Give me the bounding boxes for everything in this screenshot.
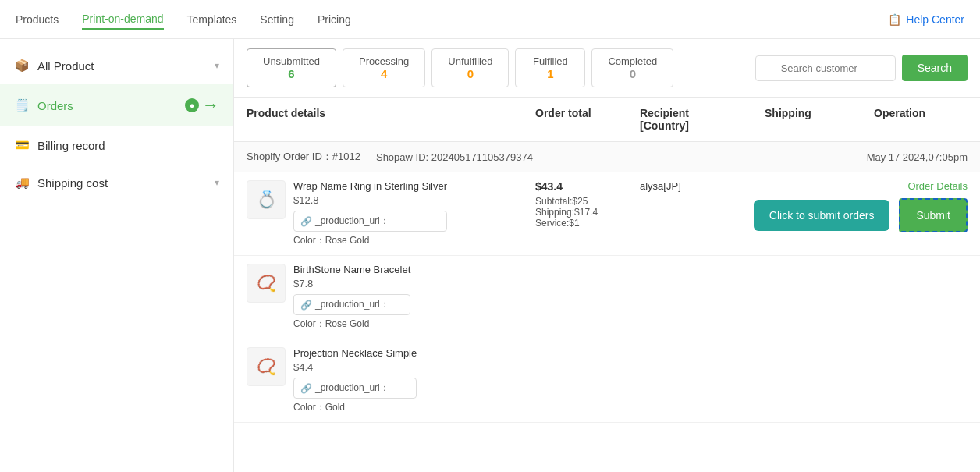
tab-unsubmitted[interactable]: Unsubmitted 6 bbox=[247, 48, 336, 87]
service-fee: Service:$1 bbox=[535, 218, 640, 229]
product-details-bracelet: BirthStone Name Bracelet $7.8 🔗 _product… bbox=[293, 264, 410, 331]
shopify-order-id: Shopify Order ID：#1012 bbox=[247, 150, 360, 164]
url-box-bracelet[interactable]: 🔗 _production_url： bbox=[293, 294, 410, 315]
tabs-row: Unsubmitted 6 Processing 4 Unfulfilled 0… bbox=[234, 39, 980, 98]
th-operation: Operation bbox=[874, 107, 968, 132]
search-input[interactable] bbox=[755, 55, 896, 81]
tab-completed-count: 0 bbox=[608, 67, 657, 80]
tab-completed-label: Completed bbox=[608, 55, 657, 67]
product-image-necklace: 📿 bbox=[247, 347, 286, 386]
product-price-ring: $12.8 bbox=[293, 194, 447, 206]
order-details-link[interactable]: Order Details bbox=[907, 180, 968, 192]
product-price-bracelet: $7.8 bbox=[293, 278, 410, 289]
sidebar-item-billing[interactable]: 💳 Billing record bbox=[0, 126, 233, 164]
product-image-bracelet: 📿 bbox=[247, 264, 286, 303]
product-info-bracelet: 📿 BirthStone Name Bracelet $7.8 🔗 _produ… bbox=[247, 264, 535, 331]
order-date: May 17 2024,07:05pm bbox=[867, 151, 968, 163]
product-info-ring: 💍 Wrap Name Ring in Sterling Silver $12.… bbox=[247, 180, 535, 247]
recipient: alysa[JP] bbox=[640, 180, 765, 192]
color-bracelet: Color：Rose Gold bbox=[293, 318, 410, 331]
orders-indicator: ● → bbox=[185, 95, 219, 115]
submit-area: Click to submit orders Submit bbox=[754, 198, 968, 232]
main-layout: 📦 All Product ▾ 🗒️ Orders ● → 💳 Billing … bbox=[0, 39, 980, 472]
ring-image: 💍 bbox=[256, 190, 277, 210]
product-details-ring: Wrap Name Ring in Sterling Silver $12.8 … bbox=[293, 180, 447, 247]
tab-fulfilled-count: 1 bbox=[531, 67, 569, 80]
tab-fulfilled-label: Fulfilled bbox=[531, 55, 569, 67]
package-icon: 📦 bbox=[14, 58, 30, 73]
table-row: 📿 Projection Necklace Simple $4.4 🔗 _pro… bbox=[234, 339, 980, 423]
url-icon-bracelet: 🔗 bbox=[300, 300, 312, 311]
nav-pricing[interactable]: Pricing bbox=[318, 10, 351, 29]
search-area: 🔍 Search bbox=[755, 55, 968, 81]
shopaw-id: Shopaw ID: 202405171105379374 bbox=[376, 151, 533, 163]
url-box-necklace[interactable]: 🔗 _production_url： bbox=[293, 378, 417, 399]
shipping-label: Shipping cost bbox=[37, 176, 207, 190]
orders-icon: 🗒️ bbox=[14, 98, 30, 113]
subtotal: Subtotal:$25 bbox=[535, 196, 640, 207]
nav-setting[interactable]: Setting bbox=[260, 10, 294, 29]
nav-print-on-demand[interactable]: Print-on-demand bbox=[82, 9, 163, 30]
url-label-necklace: _production_url： bbox=[315, 382, 389, 395]
color-ring: Color：Rose Gold bbox=[293, 234, 447, 247]
product-name-bracelet: BirthStone Name Bracelet bbox=[293, 264, 410, 275]
tab-unsubmitted-label: Unsubmitted bbox=[263, 55, 320, 67]
tab-completed[interactable]: Completed 0 bbox=[591, 48, 673, 87]
submit-button[interactable]: Submit bbox=[899, 198, 968, 232]
nav-products[interactable]: Products bbox=[16, 10, 59, 29]
color-necklace: Color：Gold bbox=[293, 401, 417, 414]
nav-templates[interactable]: Templates bbox=[187, 10, 237, 29]
url-label-ring: _production_url： bbox=[315, 215, 389, 228]
tab-unfulfilled-count: 0 bbox=[448, 67, 492, 80]
product-price-necklace: $4.4 bbox=[293, 361, 417, 373]
shipping-icon: 🚚 bbox=[14, 175, 30, 190]
tab-fulfilled[interactable]: Fulfilled 1 bbox=[515, 48, 585, 87]
necklace-image: 📿 bbox=[257, 357, 276, 376]
url-box-ring[interactable]: 🔗 _production_url： bbox=[293, 211, 447, 232]
table-row: 📿 BirthStone Name Bracelet $7.8 🔗 _produ… bbox=[234, 256, 980, 339]
orders-badge: ● bbox=[185, 98, 199, 112]
product-image-ring: 💍 bbox=[247, 180, 286, 219]
tab-unsubmitted-count: 6 bbox=[263, 67, 320, 80]
table-row: 💍 Wrap Name Ring in Sterling Silver $12.… bbox=[234, 172, 980, 256]
order-total: $43.4 Subtotal:$25 Shipping:$17.4 Servic… bbox=[535, 180, 640, 229]
tab-unfulfilled[interactable]: Unfulfilled 0 bbox=[431, 48, 509, 87]
th-product-details: Product details bbox=[247, 107, 535, 132]
total-amount: $43.4 bbox=[535, 180, 640, 193]
tab-processing-label: Processing bbox=[359, 55, 409, 67]
tab-processing[interactable]: Processing 4 bbox=[343, 48, 425, 87]
all-product-label: All Product bbox=[37, 59, 207, 73]
bracelet-image: 📿 bbox=[257, 274, 276, 293]
product-info-necklace: 📿 Projection Necklace Simple $4.4 🔗 _pro… bbox=[247, 347, 535, 414]
billing-icon: 💳 bbox=[14, 137, 30, 153]
sidebar-item-all-product[interactable]: 📦 All Product ▾ bbox=[0, 47, 233, 84]
operation-col: Order Details Click to submit orders Sub… bbox=[874, 180, 968, 232]
sidebar-item-orders[interactable]: 🗒️ Orders ● → bbox=[0, 84, 233, 126]
top-nav: Products Print-on-demand Templates Setti… bbox=[0, 0, 980, 39]
tab-unfulfilled-label: Unfulfilled bbox=[448, 55, 492, 67]
order-row-header: Shopify Order ID：#1012 Shopaw ID: 202405… bbox=[234, 142, 980, 172]
tab-processing-count: 4 bbox=[359, 67, 409, 80]
th-order-total: Order total bbox=[535, 107, 640, 132]
th-recipient: Recipient[Country] bbox=[640, 107, 765, 132]
click-to-submit-button[interactable]: Click to submit orders bbox=[754, 200, 890, 231]
help-center-link[interactable]: 📋 Help Center bbox=[888, 13, 964, 26]
orders-label: Orders bbox=[37, 99, 177, 112]
url-icon-ring: 🔗 bbox=[300, 216, 312, 227]
url-label-bracelet: _production_url： bbox=[315, 298, 389, 311]
shipping-cost: Shipping:$17.4 bbox=[535, 207, 640, 218]
search-wrap: 🔍 bbox=[755, 55, 896, 81]
sidebar: 📦 All Product ▾ 🗒️ Orders ● → 💳 Billing … bbox=[0, 39, 234, 472]
main-content: Unsubmitted 6 Processing 4 Unfulfilled 0… bbox=[234, 39, 980, 472]
th-shipping: Shipping bbox=[765, 107, 874, 132]
product-name-ring: Wrap Name Ring in Sterling Silver bbox=[293, 180, 447, 192]
help-icon: 📋 bbox=[888, 13, 901, 26]
billing-label: Billing record bbox=[37, 139, 219, 152]
right-arrow-icon: → bbox=[202, 95, 219, 115]
url-icon-necklace: 🔗 bbox=[300, 383, 312, 394]
table-header: Product details Order total Recipient[Co… bbox=[234, 98, 980, 142]
help-center-label: Help Center bbox=[906, 13, 964, 26]
search-button[interactable]: Search bbox=[902, 55, 968, 81]
sidebar-item-shipping[interactable]: 🚚 Shipping cost ▾ bbox=[0, 164, 233, 201]
chevron-down-icon: ▾ bbox=[215, 60, 219, 71]
